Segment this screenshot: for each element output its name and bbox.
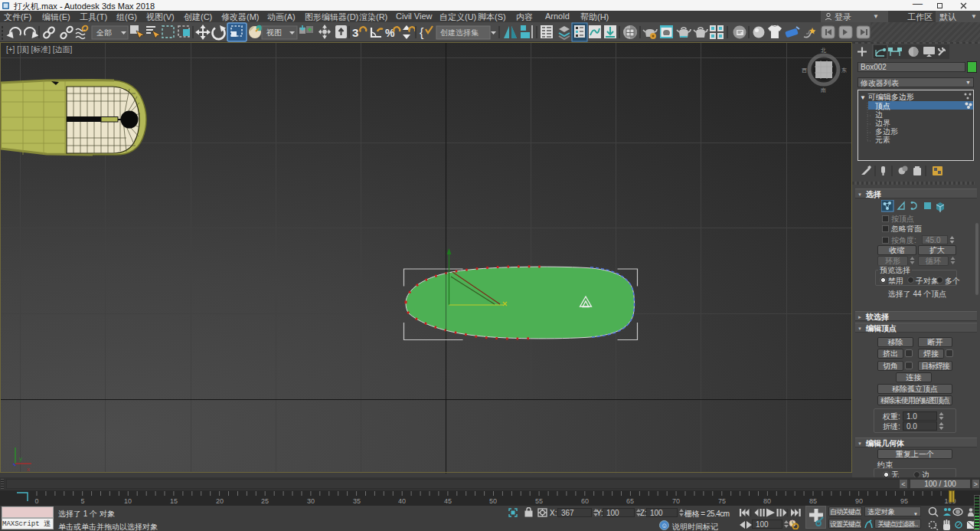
svg-text:10: 10	[124, 497, 132, 505]
svg-text:50: 50	[489, 497, 497, 505]
svg-text:35: 35	[353, 497, 361, 505]
svg-text:北: 北	[821, 48, 826, 54]
svg-text:70: 70	[672, 497, 680, 505]
svg-text:3: 3	[352, 26, 358, 39]
svg-text:65: 65	[626, 497, 634, 505]
svg-text:15: 15	[170, 497, 178, 505]
svg-text:80: 80	[763, 497, 771, 505]
svg-text:创建选择集: 创建选择集	[440, 28, 479, 37]
svg-text:y: y	[19, 455, 22, 462]
svg-text:5: 5	[80, 497, 84, 505]
svg-text:西: 西	[802, 67, 807, 74]
svg-text:视图: 视图	[266, 28, 282, 37]
svg-text:全部: 全部	[96, 28, 112, 37]
svg-text:75: 75	[718, 497, 726, 505]
svg-text:南: 南	[821, 87, 826, 93]
svg-text:{: {	[420, 26, 424, 39]
svg-text:95: 95	[900, 497, 908, 505]
svg-text:东: 东	[841, 67, 847, 73]
svg-text:0: 0	[34, 497, 38, 505]
svg-text:30: 30	[307, 497, 315, 505]
svg-text:25: 25	[261, 497, 269, 505]
svg-text:20: 20	[216, 497, 224, 505]
svg-text:85: 85	[809, 497, 817, 505]
svg-text:40: 40	[398, 497, 406, 505]
svg-text:45: 45	[444, 497, 452, 505]
svg-text:60: 60	[581, 497, 589, 505]
svg-text:55: 55	[535, 497, 543, 505]
svg-text:90: 90	[855, 497, 863, 505]
